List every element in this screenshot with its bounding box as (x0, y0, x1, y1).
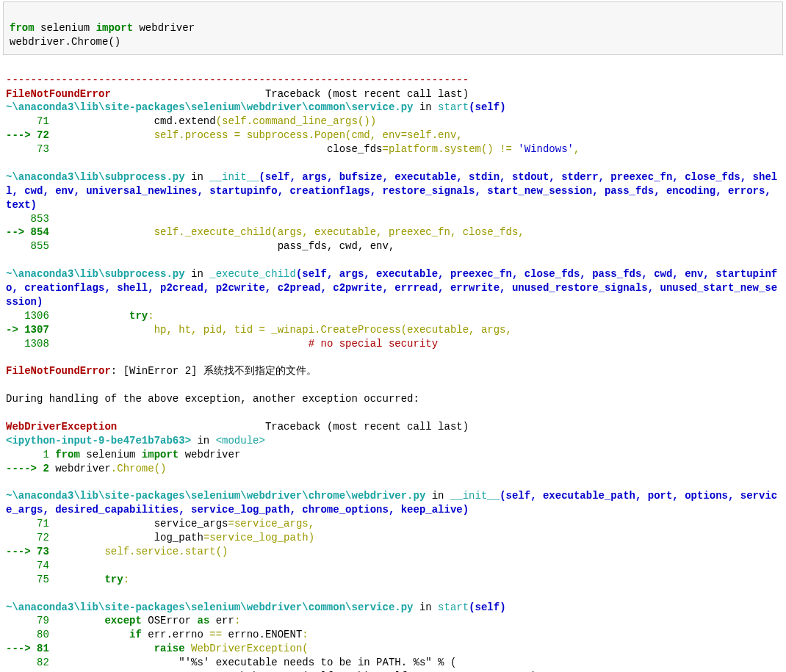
fn-name: _execute_child (209, 268, 296, 280)
obj-webdriver: webdriver (139, 22, 195, 34)
lineno: 1 (6, 449, 55, 460)
kw-raise: raise (55, 643, 191, 654)
code-cell: from selenium import webdriver webdriver… (3, 1, 783, 55)
code-ne: != (494, 143, 519, 155)
lineno: 82 (6, 657, 55, 668)
traceback-output: ----------------------------------------… (0, 58, 786, 672)
tb-label: Traceback (most recent call last) (265, 421, 469, 433)
tb-label: Traceback (most recent call last) (265, 88, 469, 100)
code-call: (self.command_line_args (216, 115, 358, 127)
lineno: 79 (6, 615, 55, 626)
lineno: 71 (6, 115, 55, 127)
code-par: () (216, 546, 228, 557)
arrow: ---> 72 (6, 129, 55, 141)
fn-args: (self) (469, 101, 505, 113)
code-eq: =service_log_path) (203, 532, 314, 543)
path: ~\anaconda3\lib\subprocess.py (6, 268, 185, 280)
fn-name: start (438, 101, 469, 113)
fn-args: (self) (469, 601, 505, 613)
op-eq: == (209, 629, 228, 640)
fn-name: __init__ (209, 171, 259, 183)
in-word: in (185, 268, 210, 280)
lineno: 73 (6, 143, 55, 155)
code-eq: =service_args, (228, 518, 314, 530)
kw-try: try (55, 310, 148, 322)
fn-name: __init__ (450, 490, 500, 502)
kw-import: import (142, 449, 179, 460)
mod-selenium: selenium (80, 449, 142, 460)
code-text: err.errno (148, 629, 209, 640)
arrow: -> 1307 (6, 324, 55, 336)
error-name: FileNotFoundError (6, 365, 111, 377)
code-text: service_args (55, 518, 228, 530)
path: ~\anaconda3\lib\site-packages\selenium\w… (6, 601, 414, 613)
arrow: ---> 73 (6, 546, 55, 557)
in-word: in (425, 490, 450, 502)
code-eq: =platform.system (383, 143, 481, 155)
mod-selenium: selenium (40, 22, 96, 34)
arrow: ---> 81 (6, 643, 55, 654)
code-text: close_fds (55, 143, 382, 155)
error-name: WebDriverException (6, 421, 117, 433)
arrow: --> 854 (6, 226, 55, 238)
module: <module> (216, 435, 265, 447)
class-oserror: OSError (148, 615, 197, 626)
lineno: 75 (6, 574, 55, 585)
code-text: self.service.start (55, 546, 215, 557)
lineno: 1308 (6, 338, 55, 350)
lineno: 853 (6, 213, 55, 225)
spacer (117, 421, 265, 433)
kw-from: from (10, 22, 40, 34)
code-text: self.process = subprocess.Popen(cmd, env… (55, 129, 463, 141)
fn-name: start (438, 601, 469, 613)
code-dot: .Chrome (111, 463, 154, 474)
spacer (111, 88, 265, 100)
kw-from: from (55, 449, 80, 460)
code-text: errno.ENOENT (228, 629, 303, 640)
kw-import: import (96, 22, 140, 34)
traceback-separator: ----------------------------------------… (6, 74, 469, 86)
lineno: 80 (6, 629, 55, 640)
in-word: in (414, 101, 439, 113)
code-text: webdriver (55, 463, 111, 474)
lineno: 855 (6, 240, 55, 252)
colon: : (302, 629, 308, 640)
code-call: () (481, 143, 494, 155)
colon: : (148, 310, 154, 322)
call-paren: () (108, 36, 120, 48)
kw-if: if (55, 629, 148, 640)
lineno: 72 (6, 532, 55, 543)
in-word: in (191, 435, 216, 447)
code-par: () (154, 463, 167, 474)
code-text: self._execute_child(args, executable, pr… (55, 226, 524, 238)
lineno: 74 (6, 560, 55, 571)
call-chrome: webdriver.Chrome (10, 36, 108, 48)
obj-webdriver: webdriver (179, 449, 240, 460)
comment: # no special security (55, 338, 438, 350)
code-text: cmd.extend (55, 115, 215, 127)
in-word: in (185, 171, 210, 183)
error-name: FileNotFoundError (6, 88, 111, 100)
colon: : (234, 615, 240, 626)
path: ~\anaconda3\lib\site-packages\selenium\w… (6, 101, 414, 113)
string-lit: 'Windows' (518, 143, 574, 155)
path: ~\anaconda3\lib\subprocess.py (6, 171, 185, 183)
code-text: hp, ht, pid, tid = _winapi.CreateProcess… (55, 324, 512, 336)
var-err: err (216, 615, 234, 626)
kw-except: except (55, 615, 148, 626)
error-msg: : [WinError 2] 系统找不到指定的文件。 (111, 365, 317, 377)
kw-try: try (55, 574, 123, 585)
arrow: ----> 2 (6, 463, 55, 474)
lineno: 1306 (6, 310, 55, 322)
colon: : (123, 574, 129, 585)
code-text: pass_fds, cwd, env, (55, 240, 394, 252)
code-par: ()) (358, 115, 376, 127)
code-end: , (574, 143, 580, 155)
path: ~\anaconda3\lib\site-packages\selenium\w… (6, 490, 425, 502)
code-text: log_path (55, 532, 203, 543)
during-handling: During handling of the above exception, … (6, 393, 419, 405)
kw-as: as (197, 615, 215, 626)
lineno: 71 (6, 518, 55, 530)
in-word: in (414, 601, 439, 613)
string-lit: "'%s' executable needs to be in PATH. %s… (55, 657, 456, 668)
